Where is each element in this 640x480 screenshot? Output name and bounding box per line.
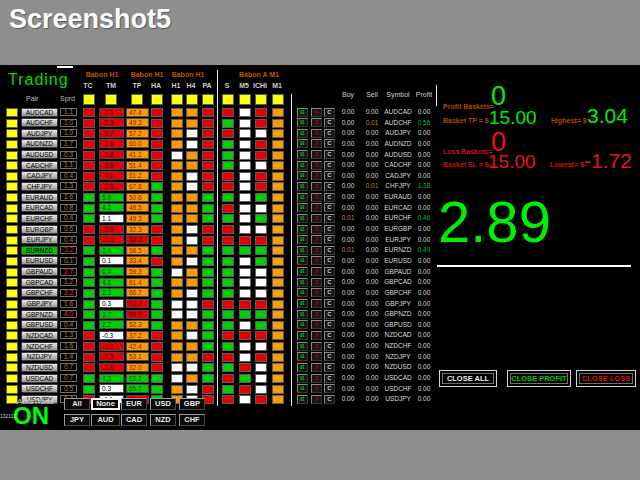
sell-button[interactable]: S <box>311 299 322 308</box>
pair-button[interactable]: GBPCHF <box>21 288 58 297</box>
pair-toggle[interactable] <box>6 151 18 160</box>
sell-button[interactable]: S <box>311 118 322 127</box>
sell-button[interactable]: S <box>311 267 322 276</box>
sell-button[interactable]: S <box>311 352 322 361</box>
sell-button[interactable]: S <box>311 288 322 297</box>
filter-button-aud[interactable]: AUD <box>91 414 120 426</box>
pair-toggle[interactable] <box>6 300 18 309</box>
pair-toggle[interactable] <box>6 214 18 223</box>
close-button[interactable]: C <box>324 139 335 148</box>
sell-button[interactable]: S <box>311 171 322 180</box>
pair-button[interactable]: NZDUSD <box>21 363 58 372</box>
close-button[interactable]: C <box>324 278 335 287</box>
close-button[interactable]: C <box>324 267 335 276</box>
close-button[interactable]: C <box>324 118 335 127</box>
pair-toggle[interactable] <box>6 172 18 181</box>
filter-button-all[interactable]: All <box>64 398 90 410</box>
pair-button[interactable]: USDCAD <box>21 374 58 383</box>
pair-toggle[interactable] <box>6 119 18 128</box>
close-button[interactable]: C <box>324 374 335 383</box>
close-button[interactable]: C <box>324 150 335 159</box>
buy-button[interactable]: B <box>297 352 308 361</box>
filter-button-nzd[interactable]: NZD <box>150 414 176 426</box>
pair-toggle[interactable] <box>6 236 18 245</box>
pair-button[interactable]: EURCHF <box>21 214 58 223</box>
buy-button[interactable]: B <box>297 267 308 276</box>
sell-button[interactable]: S <box>311 129 322 138</box>
pair-toggle[interactable] <box>6 182 18 191</box>
sell-button[interactable]: S <box>311 395 322 404</box>
buy-button[interactable]: B <box>297 129 308 138</box>
pair-button[interactable]: NZDCAD <box>21 331 58 340</box>
close-button[interactable]: C <box>324 193 335 202</box>
close-button[interactable]: C <box>324 310 335 319</box>
buy-button[interactable]: B <box>297 118 308 127</box>
sell-button[interactable]: S <box>311 310 322 319</box>
close-button[interactable]: C <box>324 395 335 404</box>
close-button[interactable]: C <box>324 320 335 329</box>
pair-toggle[interactable] <box>6 161 18 170</box>
close-button[interactable]: C <box>324 225 335 234</box>
buy-button[interactable]: B <box>297 331 308 340</box>
close-all-button[interactable]: CLOSE ALL <box>439 370 497 387</box>
pair-toggle[interactable] <box>6 268 18 277</box>
sell-button[interactable]: S <box>311 246 322 255</box>
buy-button[interactable]: B <box>297 256 308 265</box>
close-button[interactable]: C <box>324 299 335 308</box>
pair-toggle[interactable] <box>6 353 18 362</box>
pair-button[interactable]: GBPUSD <box>21 320 58 329</box>
buy-button[interactable]: B <box>297 363 308 372</box>
pair-toggle[interactable] <box>6 257 18 266</box>
filter-button-cad[interactable]: CAD <box>121 414 147 426</box>
buy-button[interactable]: B <box>297 214 308 223</box>
filter-button-chf[interactable]: CHF <box>179 414 205 426</box>
close-button[interactable]: C <box>324 214 335 223</box>
pair-button[interactable]: GBPCAD <box>21 278 58 287</box>
buy-button[interactable]: B <box>297 299 308 308</box>
close-button[interactable]: C <box>324 161 335 170</box>
pair-button[interactable]: USDCHF <box>21 384 58 393</box>
buy-button[interactable]: B <box>297 384 308 393</box>
pair-button[interactable]: EURUSD <box>21 256 58 265</box>
buy-button[interactable]: B <box>297 108 308 117</box>
sell-button[interactable]: S <box>311 256 322 265</box>
buy-button[interactable]: B <box>297 310 308 319</box>
pair-toggle[interactable] <box>6 321 18 330</box>
sell-button[interactable]: S <box>311 182 322 191</box>
pair-button[interactable]: AUDUSD <box>21 150 58 159</box>
pair-button[interactable]: AUDNZD <box>21 139 58 148</box>
sell-button[interactable]: S <box>311 214 322 223</box>
sell-button[interactable]: S <box>311 384 322 393</box>
sell-button[interactable]: S <box>311 193 322 202</box>
close-button[interactable]: C <box>324 352 335 361</box>
buy-button[interactable]: B <box>297 374 308 383</box>
pair-button[interactable]: EURAUD <box>21 193 58 202</box>
sell-button[interactable]: S <box>311 374 322 383</box>
close-button[interactable]: C <box>324 129 335 138</box>
sell-button[interactable]: S <box>311 161 322 170</box>
close-button[interactable]: C <box>324 235 335 244</box>
buy-button[interactable]: B <box>297 320 308 329</box>
pair-button[interactable]: CADJPY <box>21 171 58 180</box>
pair-toggle[interactable] <box>6 140 18 149</box>
filter-button-jpy[interactable]: JPY <box>64 414 90 426</box>
buy-button[interactable]: B <box>297 150 308 159</box>
buy-button[interactable]: B <box>297 395 308 404</box>
pair-toggle[interactable] <box>6 374 18 383</box>
pair-button[interactable]: GBPJPY <box>21 299 58 308</box>
pair-button[interactable]: EURJPY <box>21 235 58 244</box>
sell-button[interactable]: S <box>311 139 322 148</box>
buy-button[interactable]: B <box>297 193 308 202</box>
filter-button-none[interactable]: None <box>91 398 120 410</box>
pair-toggle[interactable] <box>6 129 18 138</box>
filter-button-eur[interactable]: EUR <box>121 398 147 410</box>
pair-button[interactable]: NZDCHF <box>21 342 58 351</box>
sell-button[interactable]: S <box>311 225 322 234</box>
pair-toggle[interactable] <box>6 246 18 255</box>
sell-button[interactable]: S <box>311 278 322 287</box>
close-button[interactable]: C <box>324 203 335 212</box>
close-button[interactable]: C <box>324 246 335 255</box>
pair-button[interactable]: GBPAUD <box>21 267 58 276</box>
pair-button[interactable]: EURNZD <box>21 246 58 255</box>
close-profit-button[interactable]: CLOSE PROFIT <box>507 370 571 387</box>
